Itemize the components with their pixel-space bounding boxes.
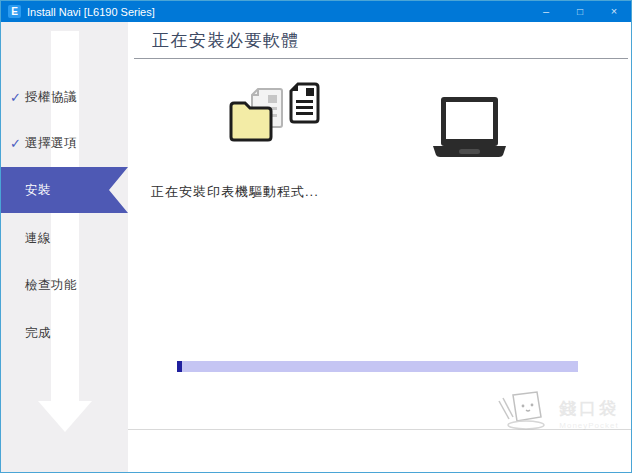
step-label: 檢查功能 [25,277,77,294]
step-label: 連線 [25,230,51,247]
window-controls: – □ × [529,1,631,22]
progress-bar-fill [177,361,182,372]
sidebar-step-check-function: 檢查功能 [1,277,128,294]
sidebar-step-license: ✓ 授權協議 [1,89,128,106]
sidebar-step-connection: 連線 [1,230,128,247]
window-title: Install Navi [L6190 Series] [27,6,155,18]
page-title: 正在安裝必要軟體 [152,29,300,52]
maximize-icon[interactable]: □ [563,1,597,22]
install-status-text: 正在安裝印表機驅動程式... [151,183,319,201]
heading-divider [134,58,628,59]
folder-documents-icon [228,85,286,149]
watermark-text: 錢口袋 MoneyPocket [559,397,619,430]
sidebar-step-install-active: 安裝 [1,167,128,213]
document-icon [289,82,320,128]
laptop-icon [433,95,506,163]
step-label: 完成 [25,325,51,342]
app-icon: E [8,5,21,18]
progress-arrow-shaft [51,31,79,402]
watermark-mascot-icon [493,391,551,433]
step-label: 選擇選項 [25,135,77,152]
install-navi-window: E Install Navi [L6190 Series] – □ × ✓ 授權… [0,0,632,473]
step-label: 安裝 [25,182,51,199]
step-label: 授權協議 [25,89,77,106]
minimize-icon[interactable]: – [529,1,563,22]
sidebar-step-finish: 完成 [1,325,128,342]
close-icon[interactable]: × [597,1,631,22]
sidebar-step-options: ✓ 選擇選項 [1,135,128,152]
watermark-cjk-text: 錢口袋 [559,397,619,420]
watermark-latin-text: MoneyPocket [559,421,619,430]
steps-sidebar: ✓ 授權協議 ✓ 選擇選項 安裝 連線 檢查功能 完成 [1,22,128,473]
progress-bar [177,361,578,372]
check-icon: ✓ [10,90,24,105]
title-bar[interactable]: E Install Navi [L6190 Series] – □ × [1,1,631,22]
check-icon: ✓ [10,136,24,151]
watermark: 錢口袋 MoneyPocket [493,391,619,433]
progress-arrow-head-icon [38,401,92,432]
main-panel: 正在安裝必要軟體 [128,22,631,473]
app-body: ✓ 授權協議 ✓ 選擇選項 安裝 連線 檢查功能 完成 正在安裝必要軟體 [1,22,631,473]
